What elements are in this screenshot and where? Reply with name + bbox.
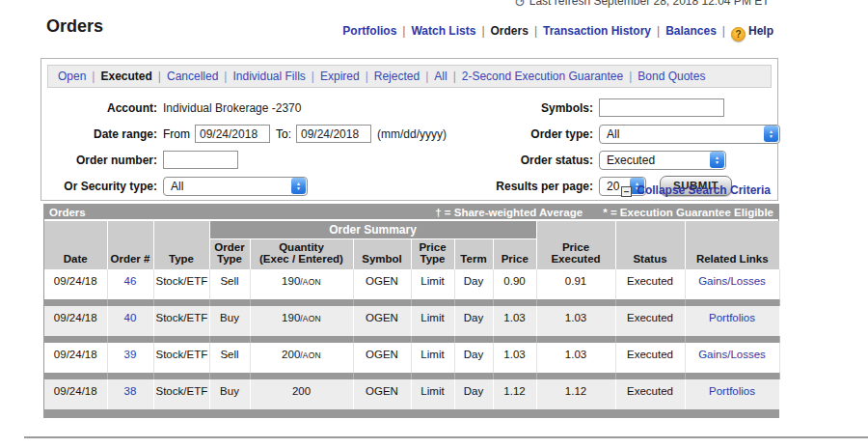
orders-table-panel: Orders † = Share-weighted Average * = Ex… (43, 204, 779, 418)
cell-quantity: 200 (250, 379, 353, 409)
order-number-link[interactable]: 39 (124, 349, 137, 360)
order-row: 09/24/18 39 Stock/ETF Sell 200/AON OGEN … (44, 343, 779, 373)
help-icon[interactable]: ? (731, 27, 746, 42)
security-type-label: Or Security type: (49, 180, 157, 193)
order-number-link[interactable]: 38 (124, 385, 137, 397)
tab-separator: | (92, 70, 95, 83)
cell-related-links: Portfolios (685, 306, 779, 336)
refresh-icon[interactable]: ↺ (514, 0, 526, 10)
tab-bond-quotes[interactable]: Bond Quotes (637, 70, 705, 83)
orders-legend: † = Share-weighted Average * = Execution… (418, 207, 773, 218)
date-from-input[interactable] (195, 125, 270, 143)
order-number-link[interactable]: 40 (124, 312, 137, 323)
orders-table-titlebar: Orders † = Share-weighted Average * = Ex… (44, 205, 778, 221)
tab-separator: | (312, 70, 314, 83)
cell-type: Stock/ETF (153, 343, 209, 373)
cell-price: 1.03 (493, 343, 536, 373)
col-header-order-type: OrderType (209, 239, 250, 270)
cell-status: Executed (615, 379, 685, 409)
tab-cancelled[interactable]: Cancelled (167, 70, 218, 83)
symbols-label: Symbols: (479, 101, 593, 115)
tab-individual-fills[interactable]: Individual Fills (232, 70, 305, 83)
cell-date: 09/24/18 (44, 306, 107, 336)
related-link[interactable]: Portfolios (709, 312, 755, 323)
row-separator (44, 373, 779, 379)
security-type-value: All (171, 180, 183, 193)
col-header-related-links: Related Links (685, 221, 779, 269)
cell-order-number: 40 (107, 306, 153, 336)
stepper-icon: ▲▼ (764, 126, 778, 142)
order-type-value: All (607, 127, 619, 141)
cell-term: Day (454, 379, 493, 409)
cell-type: Stock/ETF (153, 379, 209, 409)
order-row: 09/24/18 38 Stock/ETF Buy 200 OGEN Limit… (44, 379, 779, 409)
cell-term: Day (454, 269, 493, 299)
cell-status: Executed (615, 343, 685, 373)
related-link[interactable]: Gains/Losses (698, 275, 766, 287)
col-header-quantity: Quantity(Exec / Entered) (250, 239, 353, 270)
order-number-label: Order number: (49, 154, 157, 167)
order-number-link[interactable]: 46 (124, 275, 137, 287)
order-number-input[interactable] (163, 151, 238, 169)
cell-price-type: Limit (411, 306, 454, 336)
tab-2-second-execution-guarantee[interactable]: 2-Second Execution Guarantee (462, 70, 623, 83)
tab-rejected[interactable]: Rejected (374, 70, 420, 83)
nav-watch-lists[interactable]: Watch Lists (411, 24, 475, 38)
legend-share-weighted: † = Share-weighted Average (435, 207, 583, 218)
cell-order-type: Sell (209, 269, 250, 299)
cell-term: Day (454, 306, 493, 336)
date-range-label: Date range: (49, 127, 157, 141)
tab-separator: | (629, 70, 632, 83)
last-refresh[interactable]: ↺Last refresh September 28, 2018 12:04 P… (514, 0, 770, 10)
date-to-input[interactable] (296, 125, 371, 143)
order-row: 09/24/18 40 Stock/ETF Buy 190/AON OGEN L… (44, 306, 779, 336)
nav-separator: | (657, 24, 660, 38)
collapse-minus-icon[interactable]: − (621, 186, 632, 197)
cell-order-type: Buy (209, 379, 250, 409)
cell-symbol: OGEN (353, 269, 411, 299)
related-link[interactable]: Portfolios (709, 385, 755, 397)
symbols-input[interactable] (599, 98, 724, 117)
nav-balances[interactable]: Balances (665, 24, 717, 38)
group-header-row: Date Order # Type Order Summary PriceExe… (44, 221, 779, 239)
cell-related-links: Gains/Losses (685, 269, 779, 299)
cell-price: 0.90 (493, 269, 536, 299)
row-separator (44, 299, 779, 306)
collapse-search-criteria-link[interactable]: Collapse Search Criteria (637, 183, 771, 197)
collapse-search-criteria[interactable]: −Collapse Search Criteria (621, 183, 771, 197)
cell-status: Executed (615, 269, 685, 299)
cell-related-links: Gains/Losses (685, 343, 779, 373)
cell-order-number: 46 (107, 269, 153, 299)
tab-expired[interactable]: Expired (320, 70, 360, 83)
tab-separator: | (158, 70, 161, 83)
order-row: 09/24/18 46 Stock/ETF Sell 190/AON OGEN … (44, 269, 779, 299)
cell-status: Executed (615, 306, 685, 336)
cell-price-type: Limit (411, 269, 454, 299)
tab-open[interactable]: Open (58, 70, 86, 83)
help-label: Help (748, 24, 773, 38)
col-header-term: Term (454, 239, 493, 270)
col-header-price: Price (493, 239, 536, 270)
nav-help[interactable]: ?Help (731, 24, 773, 38)
nav-portfolios[interactable]: Portfolios (342, 24, 396, 38)
nav-orders-current: Orders (491, 24, 529, 38)
cell-price-executed: 1.12 (536, 379, 615, 409)
from-label: From (163, 127, 190, 141)
related-link[interactable]: Gains/Losses (698, 349, 766, 360)
to-label: To: (276, 127, 291, 141)
cell-price-executed: 1.03 (536, 343, 615, 373)
cell-symbol: OGEN (353, 306, 411, 336)
order-type-select[interactable]: All▲▼ (599, 125, 780, 144)
date-format-hint: (mm/dd/yyyy) (377, 127, 447, 141)
col-header-symbol: Symbol (353, 239, 411, 270)
nav-separator: | (481, 24, 484, 38)
nav-transaction-history[interactable]: Transaction History (543, 24, 651, 38)
stepper-icon: ▲▼ (710, 152, 724, 168)
security-type-select[interactable]: All▲▼ (163, 177, 308, 196)
tab-separator: | (425, 70, 428, 83)
cell-type: Stock/ETF (153, 269, 209, 299)
legend-execution-guarantee: * = Execution Guarantee Eligible (603, 207, 773, 218)
cell-price-type: Limit (411, 379, 454, 409)
tab-all[interactable]: All (434, 70, 447, 83)
order-status-select[interactable]: Executed▲▼ (599, 151, 726, 170)
